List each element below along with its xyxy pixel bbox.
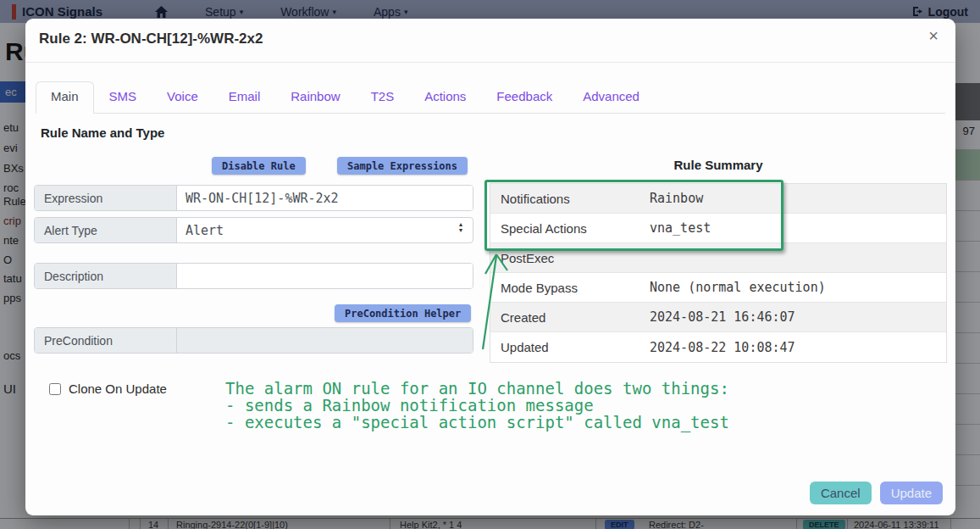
tab-email[interactable]: Email — [213, 81, 276, 114]
clone-on-update-checkbox[interactable] — [49, 383, 61, 395]
tab-sms[interactable]: SMS — [94, 81, 152, 114]
rule-summary-panel: Rule Summary Notifications Rainbow Speci… — [490, 158, 947, 363]
dialog-title: Rule 2: WR-ON-CH[12]-%WR-2x2 — [39, 31, 263, 47]
summary-value: 2024-08-22 10:08:47 — [650, 340, 795, 355]
precondition-field-group: PreCondition — [34, 327, 473, 354]
tab-feedback[interactable]: Feedback — [481, 81, 568, 114]
dialog-tabs: Main SMS Voice Email Rainbow T2S Actions… — [36, 81, 945, 114]
alert-type-select[interactable]: Alert ▴▾ — [177, 218, 473, 242]
cancel-button[interactable]: Cancel — [810, 482, 872, 504]
summary-row-updated: Updated 2024-08-22 10:08:47 — [490, 332, 946, 362]
summary-value: vna_test — [650, 220, 711, 236]
description-input[interactable] — [177, 264, 473, 288]
summary-label: Created — [490, 310, 650, 325]
screen: ICON Signals Setup ▾ Workflow ▾ Apps ▾ L… — [0, 0, 980, 529]
rule-summary-title: Rule Summary — [490, 158, 947, 172]
tab-actions[interactable]: Actions — [409, 81, 481, 114]
tab-advanced[interactable]: Advanced — [568, 81, 655, 114]
annotation-line: The alarm ON rule for an IO channel does… — [225, 380, 729, 397]
close-icon[interactable]: × — [928, 27, 938, 44]
summary-label: PostExec — [490, 251, 650, 265]
rule-summary-table: Notifications Rainbow Special Actions vn… — [490, 183, 947, 363]
summary-row-mode-bypass: Mode Bypass None (normal execution) — [490, 273, 946, 303]
clone-on-update-label: Clone On Update — [69, 381, 167, 396]
summary-row-special-actions: Special Actions vna_test — [490, 214, 946, 243]
summary-row-notifications: Notifications Rainbow — [490, 184, 946, 214]
tab-main[interactable]: Main — [36, 81, 94, 114]
annotation-line: - sends a Rainbow notification message — [225, 397, 729, 414]
dialog-header: Rule 2: WR-ON-CH[12]-%WR-2x2 × — [25, 19, 955, 63]
clone-on-update-row: Clone On Update — [49, 381, 167, 396]
update-button[interactable]: Update — [880, 482, 943, 504]
summary-value: None (normal execution) — [650, 280, 826, 295]
precondition-label: PreCondition — [35, 328, 177, 353]
expression-input[interactable] — [177, 186, 473, 210]
summary-label: Updated — [490, 340, 650, 354]
summary-value: Rainbow — [650, 191, 703, 206]
annotation-note: The alarm ON rule for an IO channel does… — [225, 380, 729, 431]
expression-label: Expression — [35, 186, 177, 210]
section-heading: Rule Name and Type — [41, 125, 164, 140]
alert-type-value: Alert — [185, 223, 224, 238]
summary-label: Notifications — [490, 192, 650, 206]
summary-row-postexec: PostExec — [490, 243, 946, 273]
summary-label: Special Actions — [490, 221, 650, 236]
expression-field-group: Expression — [34, 185, 473, 211]
description-label: Description — [35, 264, 177, 288]
summary-row-created: Created 2024-08-21 16:46:07 — [490, 303, 946, 332]
precondition-input[interactable] — [177, 328, 473, 353]
select-updown-icon: ▴▾ — [459, 221, 462, 233]
summary-label: Mode Bypass — [490, 281, 650, 295]
tab-t2s[interactable]: T2S — [356, 81, 410, 114]
tab-voice[interactable]: Voice — [152, 81, 213, 114]
tab-rainbow[interactable]: Rainbow — [275, 81, 355, 114]
precondition-helper-button[interactable]: PreCondition Helper — [335, 304, 471, 322]
disable-rule-button[interactable]: Disable Rule — [212, 157, 306, 175]
description-field-group: Description — [34, 263, 473, 289]
sample-expressions-button[interactable]: Sample Expressions — [337, 157, 468, 175]
alert-type-label: Alert Type — [35, 218, 177, 242]
rule-edit-dialog: Rule 2: WR-ON-CH[12]-%WR-2x2 × Main SMS … — [25, 19, 955, 515]
dialog-footer: Cancel Update — [810, 482, 943, 504]
summary-value: 2024-08-21 16:46:07 — [650, 309, 795, 325]
annotation-line: - executes a "special action script" cal… — [225, 414, 729, 431]
alert-type-field-group: Alert Type Alert ▴▾ — [34, 217, 473, 243]
